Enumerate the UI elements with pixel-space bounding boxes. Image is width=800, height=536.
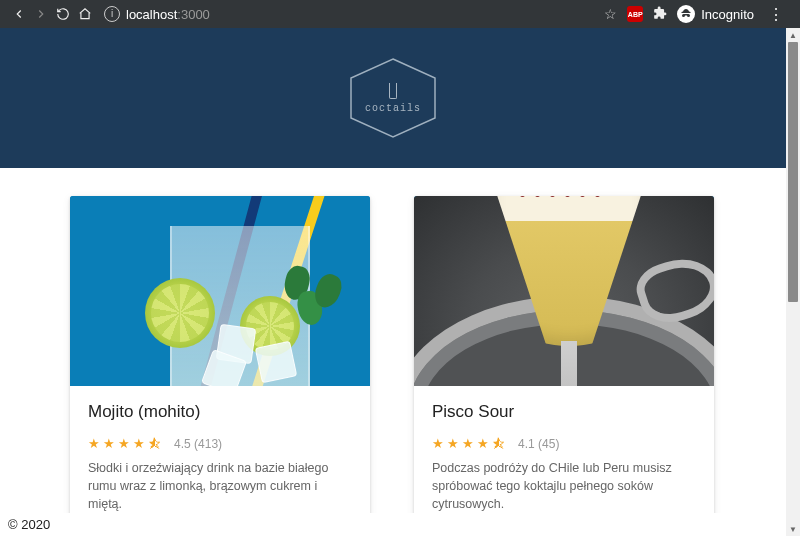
incognito-label: Incognito: [701, 7, 754, 22]
star-icon: ★: [103, 436, 115, 451]
forward-button[interactable]: [30, 3, 52, 25]
incognito-icon: [677, 5, 695, 23]
site-footer: © 2020: [0, 513, 786, 536]
star-icon: ★: [118, 436, 130, 451]
browser-toolbar: i localhost:3000 ☆ ABP Incognito ⋮: [0, 0, 800, 28]
incognito-indicator: Incognito: [677, 5, 754, 23]
scroll-up-button[interactable]: ▲: [786, 28, 800, 42]
star-half-icon: ⯪: [148, 436, 161, 451]
back-button[interactable]: [8, 3, 30, 25]
rating-count: (413): [194, 437, 222, 451]
card-grid: Mojito (mohito) ★ ★ ★ ★ ⯪ 4.5 (413) Słod…: [0, 168, 786, 536]
recipe-rating: ★ ★ ★ ★ ⯪ 4.5 (413): [88, 436, 352, 451]
star-half-icon: ⯪: [492, 436, 505, 451]
recipe-description: Podczas podróży do CHile lub Peru musisz…: [432, 459, 696, 513]
url-port: :3000: [177, 7, 210, 22]
rating-value: 4.1: [518, 437, 535, 451]
star-icon: ★: [133, 436, 145, 451]
recipe-rating: ★ ★ ★ ★ ⯪ 4.1 (45): [432, 436, 696, 451]
url-host: localhost: [126, 7, 177, 22]
recipe-card[interactable]: Pisco Sour ★ ★ ★ ★ ⯪ 4.1 (45) Podczas po…: [414, 196, 714, 531]
vertical-scrollbar[interactable]: ▲ ▼: [786, 28, 800, 536]
site-logo[interactable]: coctails: [343, 56, 443, 140]
recipe-image: [414, 196, 714, 386]
browser-menu-button[interactable]: ⋮: [764, 5, 788, 24]
scrollbar-thumb[interactable]: [788, 42, 798, 302]
page-viewport: coctails: [0, 28, 786, 536]
rating-value: 4.5: [174, 437, 191, 451]
recipe-image: [70, 196, 370, 386]
address-bar[interactable]: i localhost:3000: [104, 6, 210, 22]
glass-icon: [389, 83, 397, 99]
star-icon: ★: [88, 436, 100, 451]
star-icon: ★: [432, 436, 444, 451]
star-icon: ★: [462, 436, 474, 451]
bookmark-icon[interactable]: ☆: [604, 6, 617, 22]
home-button[interactable]: [74, 3, 96, 25]
copyright: © 2020: [8, 517, 50, 532]
recipe-title: Mojito (mohito): [88, 402, 352, 422]
site-header: coctails: [0, 28, 786, 168]
site-info-icon[interactable]: i: [104, 6, 120, 22]
recipe-title: Pisco Sour: [432, 402, 696, 422]
star-icon: ★: [477, 436, 489, 451]
abp-extension-icon[interactable]: ABP: [627, 6, 643, 22]
recipe-description: Słodki i orzeźwiający drink na bazie bia…: [88, 459, 352, 513]
scroll-down-button[interactable]: ▼: [786, 522, 800, 536]
extensions-icon[interactable]: [653, 6, 667, 23]
reload-button[interactable]: [52, 3, 74, 25]
logo-text: coctails: [365, 103, 421, 114]
star-icon: ★: [447, 436, 459, 451]
recipe-card[interactable]: Mojito (mohito) ★ ★ ★ ★ ⯪ 4.5 (413) Słod…: [70, 196, 370, 531]
toolbar-right: ☆ ABP Incognito ⋮: [604, 5, 792, 24]
rating-count: (45): [538, 437, 559, 451]
